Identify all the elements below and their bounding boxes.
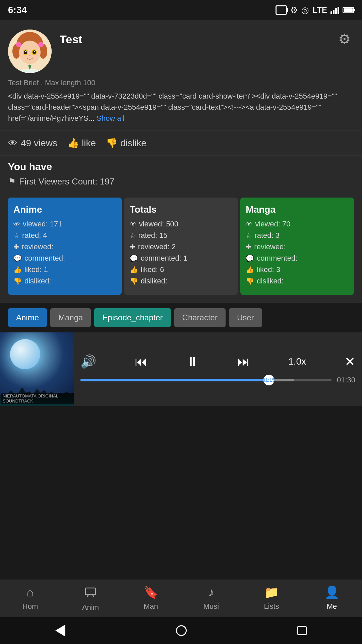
flag-icon: ⚑ [8, 176, 16, 187]
you-have-section: You have ⚑ First Viewers Count: 197 [0, 155, 362, 192]
home-button[interactable] [176, 625, 187, 636]
skip-back-icon: ⏮ [135, 355, 147, 369]
manga-viewed: 👁 viewed: 70 [246, 220, 349, 228]
anime-viewed: 👁 viewed: 171 [13, 220, 116, 228]
bottom-nav: ⌂ Hom Anim 🔖 Man ♪ Musi 📁 Lists 👤 Me [0, 580, 362, 617]
anime-reviewed: ✚ reviewed: [13, 243, 116, 251]
tab-episode-chapter[interactable]: Episode_chapter [94, 308, 171, 327]
dislike-icon: 👎 [246, 277, 254, 285]
svg-point-10 [34, 51, 35, 52]
first-viewers: ⚑ First Viewers Count: 197 [8, 176, 354, 187]
nav-anime[interactable]: Anim [60, 580, 121, 617]
nav-me[interactable]: 👤 Me [302, 580, 362, 617]
comment-icon: 💬 [130, 254, 138, 262]
total-time: 01:30 [337, 376, 355, 384]
svg-point-11 [29, 55, 31, 56]
settings-status-icon: ⚙ [290, 5, 298, 15]
nav-manga[interactable]: 🔖 Man [121, 580, 181, 617]
nav-music[interactable]: ♪ Musi [181, 580, 241, 617]
svg-point-12 [16, 42, 21, 47]
tab-manga[interactable]: Manga [50, 308, 91, 327]
svg-point-7 [24, 50, 27, 54]
svg-point-13 [38, 42, 44, 47]
views-count: 👁 49 views [8, 138, 57, 149]
folder-icon: 📁 [264, 585, 279, 599]
totals-card-title: Totals [130, 204, 233, 215]
totals-reviewed: ✚ reviewed: 2 [130, 243, 233, 251]
reviewed-icon: ✚ [246, 243, 251, 251]
profile-username: Test [60, 33, 327, 46]
nav-home[interactable]: ⌂ Hom [0, 580, 60, 617]
manga-card-title: Manga [246, 204, 349, 215]
star-icon: ☆ [130, 231, 136, 239]
eye-icon: 👁 [8, 138, 17, 149]
manga-disliked: 👎 disliked: [246, 277, 349, 285]
like-icon: 👍 [130, 266, 138, 274]
eye-icon: 👁 [246, 220, 252, 228]
profile-name-area: Test [60, 30, 327, 49]
dislike-icon: 👎 [13, 277, 22, 285]
progress-area: 01:15 01:30 [80, 376, 355, 384]
svg-rect-14 [85, 588, 96, 595]
anime-commented: 💬 commented: [13, 254, 116, 263]
lte-icon: LTE [312, 5, 327, 15]
like-button[interactable]: 👍 like [67, 138, 96, 149]
music-icon: ♪ [208, 585, 214, 599]
dislike-button[interactable]: 👎 dislike [106, 138, 146, 149]
volume-button[interactable]: 🔊 [80, 354, 96, 369]
nav-lists[interactable]: 📁 Lists [241, 580, 302, 617]
tab-user[interactable]: User [229, 308, 262, 327]
avatar [8, 30, 52, 73]
progress-bar[interactable]: 01:15 [80, 379, 331, 381]
music-player: NIERAUTOMATA ORIGINAL SOUNDTRACK 🔊 ⏮ ⏸ ⏭… [0, 332, 362, 406]
anime-rated: ☆ rated: 4 [13, 231, 116, 240]
totals-rated: ☆ rated: 15 [130, 231, 233, 240]
status-icons: ⚙ ◎ LTE [276, 5, 354, 15]
prev-button[interactable]: ⏮ [135, 355, 147, 369]
tv-icon [84, 585, 97, 600]
star-icon: ☆ [13, 231, 19, 239]
comment-icon: 💬 [246, 254, 254, 262]
svg-point-8 [33, 50, 36, 54]
progress-played [80, 379, 269, 381]
reviewed-icon: ✚ [130, 243, 135, 251]
like-icon: 👍 [67, 138, 79, 149]
dislike-icon: 👎 [106, 138, 118, 149]
anime-liked: 👍 liked: 1 [13, 265, 116, 274]
speed-button[interactable]: 1.0x [288, 356, 306, 367]
svg-point-9 [25, 51, 26, 52]
home-circle-icon [176, 625, 187, 636]
status-bar: 6:34 ⚙ ◎ LTE [0, 0, 362, 20]
stats-cards: Anime 👁 viewed: 171 ☆ rated: 4 ✚ reviewe… [0, 192, 362, 303]
pause-button[interactable]: ⏸ [186, 355, 199, 369]
close-player-button[interactable]: ✕ [345, 354, 355, 369]
manga-rated: ☆ rated: 3 [246, 231, 349, 240]
svg-point-4 [19, 41, 41, 64]
eye-icon: 👁 [13, 220, 20, 228]
tab-anime[interactable]: Anime [8, 308, 47, 327]
star-icon: ☆ [246, 231, 252, 239]
manga-stats-card: Manga 👁 viewed: 70 ☆ rated: 3 ✚ reviewed… [240, 198, 354, 295]
recents-button[interactable] [297, 626, 307, 635]
profile-description: <div data-v-2554e919="" data-v-73223d0d=… [8, 91, 354, 124]
anime-stats-card: Anime 👁 viewed: 171 ☆ rated: 4 ✚ reviewe… [8, 198, 122, 295]
close-icon: ✕ [345, 355, 355, 369]
progress-thumb[interactable]: 01:15 [263, 375, 274, 385]
next-button[interactable]: ⏭ [237, 355, 250, 369]
back-button[interactable] [55, 625, 65, 637]
signal-icon [330, 6, 339, 14]
settings-button[interactable]: ⚙ [335, 30, 354, 48]
totals-liked: 👍 liked: 6 [130, 265, 233, 274]
status-time: 6:34 [8, 5, 27, 15]
home-icon: ⌂ [26, 585, 34, 599]
reviewed-icon: ✚ [13, 243, 19, 251]
show-all-link[interactable]: Show all [97, 114, 124, 122]
like-icon: 👍 [246, 266, 254, 274]
manga-liked: 👍 liked: 3 [246, 265, 349, 274]
totals-viewed: 👁 viewed: 500 [130, 220, 233, 228]
gear-icon: ⚙ [338, 31, 351, 47]
recents-icon [297, 626, 307, 635]
skip-forward-icon: ⏭ [237, 355, 250, 369]
tab-character[interactable]: Character [174, 308, 226, 327]
totals-stats-card: Totals 👁 viewed: 500 ☆ rated: 15 ✚ revie… [124, 198, 238, 295]
